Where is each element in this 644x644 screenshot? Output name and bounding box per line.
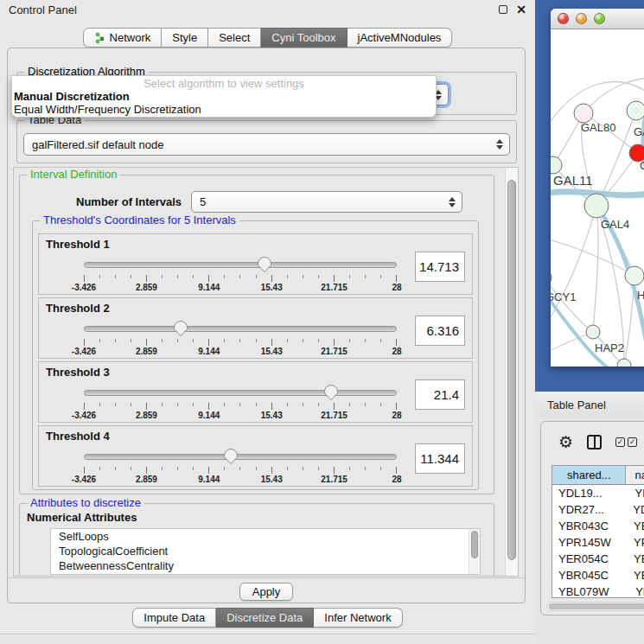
- threshold-slider[interactable]: -3.4262.8599.14415.4321.71528: [84, 449, 397, 483]
- network-edge[interactable]: [551, 206, 596, 324]
- cell-shared-name[interactable]: YER054C: [552, 551, 625, 567]
- thresholds-group-title: Threshold's Coordinates for 5 Intervals: [40, 214, 239, 226]
- algorithm-hint-option[interactable]: Select algorithm to view settings: [12, 77, 436, 90]
- slider-track[interactable]: [84, 326, 397, 332]
- threshold-box: Threshold 2-3.4262.8599.14415.4321.71528…: [38, 297, 473, 359]
- tab-label: Infer Network: [324, 609, 391, 627]
- cell-shared-name[interactable]: YPR145W: [552, 534, 625, 551]
- tick-label: 28: [392, 347, 401, 356]
- column-header-name[interactable]: name: [626, 466, 644, 484]
- table-hscroll-thumb[interactable]: [549, 603, 644, 609]
- slider-track[interactable]: [84, 390, 397, 396]
- combo-stepper-icon: [449, 197, 456, 207]
- gear-icon[interactable]: ⚙: [558, 434, 573, 450]
- threshold-slider[interactable]: -3.4262.8599.14415.4321.71528: [84, 257, 397, 291]
- algorithm-option[interactable]: Equal Width/Frequency Discretization: [12, 103, 436, 116]
- column-header-shared-name[interactable]: shared...: [552, 466, 626, 484]
- attribute-list-item[interactable]: TopologicalCoefficient: [51, 544, 480, 558]
- zoom-traffic-light-icon[interactable]: [594, 13, 605, 24]
- cell-name[interactable]: YBR0: [625, 518, 644, 534]
- cell-shared-name[interactable]: YBR043C: [552, 518, 625, 534]
- minimize-traffic-light-icon[interactable]: [576, 13, 587, 24]
- cell-name[interactable]: YBL0: [627, 583, 644, 598]
- tab-discretize-data[interactable]: Discretize Data: [216, 608, 314, 628]
- threshold-slider[interactable]: -3.4262.8599.14415.4321.71528: [84, 321, 397, 355]
- settings-scrollbar-thumb[interactable]: [507, 180, 516, 560]
- network-node[interactable]: [574, 104, 593, 123]
- tab-impute-data[interactable]: Impute Data: [132, 608, 216, 628]
- attribute-list-item[interactable]: BetweennessCentrality: [51, 558, 480, 573]
- attributes-scrollbar-thumb[interactable]: [471, 531, 478, 558]
- network-window-titlebar: [551, 9, 644, 29]
- tab-jactivemnodules[interactable]: jActiveMNodules: [348, 28, 453, 48]
- checkbox-icon[interactable]: ✓: [628, 437, 637, 447]
- close-icon[interactable]: ✕: [516, 5, 526, 14]
- network-node[interactable]: [617, 359, 631, 367]
- tick-label: 9.144: [198, 475, 220, 484]
- table-row[interactable]: YDR27...YDR2: [552, 501, 644, 518]
- slider-thumb[interactable]: [323, 385, 339, 401]
- threshold-value-field[interactable]: 21.4: [415, 379, 465, 410]
- slider-thumb[interactable]: [173, 321, 188, 337]
- attributes-scrollbar[interactable]: [469, 529, 480, 574]
- tab-select[interactable]: Select: [208, 28, 261, 48]
- attribute-list-item[interactable]: SelfLoops: [51, 529, 480, 544]
- tab-network[interactable]: Network: [83, 28, 163, 48]
- tab-style[interactable]: Style: [162, 28, 208, 48]
- threshold-slider[interactable]: -3.4262.8599.14415.4321.71528: [84, 385, 397, 419]
- tick-label: 2.859: [136, 283, 157, 292]
- cell-shared-name[interactable]: YBL079W: [552, 583, 627, 598]
- float-window-icon[interactable]: [499, 5, 507, 14]
- table-row[interactable]: YBR043CYBR0: [552, 518, 644, 534]
- slider-thumb[interactable]: [257, 257, 272, 273]
- threshold-value-field[interactable]: 6.316: [415, 316, 465, 346]
- cell-name[interactable]: YDR2: [624, 501, 644, 518]
- close-traffic-light-icon[interactable]: [558, 13, 569, 24]
- checkbox-icon[interactable]: ✓: [615, 437, 625, 447]
- network-node[interactable]: [551, 270, 552, 285]
- number-of-intervals-combo[interactable]: 5: [191, 191, 462, 213]
- slider-track[interactable]: [84, 262, 397, 268]
- bottom-tab-bar: Impute DataDiscretize DataInfer Network: [0, 608, 535, 628]
- slider-thumb[interactable]: [223, 449, 239, 465]
- table-data-combo[interactable]: galFiltered.sif default node: [23, 133, 510, 156]
- network-edge[interactable]: [551, 366, 624, 367]
- table-row[interactable]: YPR145WYPR1: [552, 534, 644, 551]
- tab-infer-network[interactable]: Infer Network: [314, 608, 402, 628]
- tick-label: 28: [392, 411, 401, 420]
- network-canvas[interactable]: GAL80GACGAL11GAL4HGCY1HAP2: [551, 30, 644, 367]
- network-node-label: GCY1: [551, 290, 576, 303]
- network-node[interactable]: [551, 156, 562, 174]
- column-layout-icon[interactable]: [587, 435, 602, 450]
- cell-name[interactable]: YPR1: [625, 534, 644, 551]
- network-edge[interactable]: [593, 206, 598, 332]
- cell-shared-name[interactable]: YDL19...: [552, 485, 626, 501]
- table-toolbar: ⚙ ✓ ✓: [541, 422, 644, 462]
- cell-name[interactable]: YBR0: [625, 567, 644, 583]
- slider-track[interactable]: [84, 454, 397, 460]
- slider-ticks: [84, 467, 397, 475]
- table-row[interactable]: YBL079WYBL0: [552, 583, 644, 598]
- table-row[interactable]: YER054CYER0: [552, 551, 644, 567]
- cell-name[interactable]: YDL1: [626, 485, 644, 501]
- cell-shared-name[interactable]: YBR045C: [552, 567, 625, 583]
- tab-label: Cyni Toolbox: [271, 29, 335, 47]
- tab-label: Style: [172, 29, 197, 47]
- number-of-intervals-label: Number of Intervals: [76, 191, 182, 213]
- table-horizontal-scrollbar[interactable]: [546, 602, 644, 611]
- network-node[interactable]: [586, 325, 600, 339]
- network-node[interactable]: [625, 266, 644, 285]
- threshold-value-field[interactable]: 11.344: [415, 443, 465, 474]
- tick-label: -3.426: [72, 283, 96, 292]
- cell-name[interactable]: YER0: [625, 551, 644, 567]
- apply-button[interactable]: Apply: [239, 583, 294, 601]
- network-node[interactable]: [627, 101, 644, 120]
- algorithm-option[interactable]: Manual Discretization: [12, 90, 436, 103]
- network-node[interactable]: [584, 194, 609, 218]
- table-row[interactable]: YBR045CYBR0: [552, 567, 644, 583]
- cell-shared-name[interactable]: YDR27...: [552, 501, 624, 518]
- settings-scrollbar[interactable]: [505, 168, 518, 576]
- tab-cyni-toolbox[interactable]: Cyni Toolbox: [261, 28, 347, 48]
- table-row[interactable]: YDL19...YDL1: [552, 485, 644, 501]
- threshold-value-field[interactable]: 14.713: [415, 252, 465, 282]
